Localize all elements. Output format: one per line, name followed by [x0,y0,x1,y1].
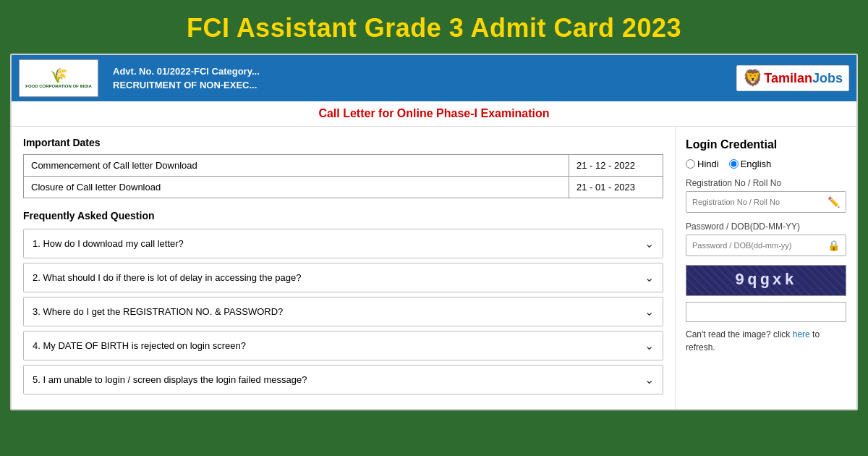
right-panel: Login Credential Hindi English Registrat… [676,127,856,409]
faq-text: 4. My DATE OF BIRTH is rejected on login… [33,340,246,351]
date-value: 21 - 12 - 2022 [569,155,663,177]
chevron-down-icon: ⌄ [644,271,654,284]
chevron-down-icon: ⌄ [644,373,654,387]
lang-hindi-radio[interactable] [686,159,695,169]
main-wrapper: 🌾 FOOD CORPORATION OF INDIA Advt. No. 01… [10,54,858,410]
fci-header: 🌾 FOOD CORPORATION OF INDIA Advt. No. 01… [12,55,856,101]
password-input[interactable] [686,237,822,254]
password-input-row: 🔒 [686,235,846,256]
reg-label: Registration No / Roll No [686,178,846,188]
captcha-image: 9qgxk [686,265,846,296]
fci-advt-text: Advt. No. 01/2022-FCI Category... [113,64,736,79]
fci-logo-text: FOOD CORPORATION OF INDIA [25,84,92,89]
lang-hindi-label: Hindi [697,159,719,169]
faq-item[interactable]: 5. I am unable to login / screen display… [23,365,663,394]
faq-item[interactable]: 2. What should I do if there is lot of d… [23,263,663,292]
fci-logo-box: 🌾 FOOD CORPORATION OF INDIA [19,59,98,97]
chevron-down-icon: ⌄ [644,305,654,318]
tamilan-icon: 🦁 [743,69,762,88]
login-title: Login Credential [686,138,846,151]
lang-english-radio[interactable] [729,159,739,169]
page-title: FCI Assistant Grade 3 Admit Card 2023 [7,13,861,43]
date-label: Commencement of Call letter Download [24,155,569,177]
page-title-bar: FCI Assistant Grade 3 Admit Card 2023 [0,0,868,54]
fci-wheat-icon: 🌾 [50,67,68,84]
content-area: Important Dates Commencement of Call let… [12,127,856,409]
jobs-label: Jobs [812,71,843,86]
captcha-refresh-text: Can't read the image? click here to refr… [686,328,846,354]
faq-text: 2. What should I do if there is lot of d… [33,272,301,283]
faq-list: 1. How do I download my call letter?⌄2. … [23,229,663,394]
reg-input-row: ✏️ [686,191,846,213]
faq-text: 5. I am unable to login / screen display… [33,374,307,385]
lang-english-label: English [741,159,772,169]
faq-title: Frequently Asked Question [23,210,663,221]
date-value: 21 - 01 - 2023 [569,177,663,198]
fci-header-text: Advt. No. 01/2022-FCI Category... RECRUI… [113,64,736,93]
lock-icon: 🔒 [822,235,846,256]
lang-english-option[interactable]: English [729,159,772,169]
fci-logo: 🌾 FOOD CORPORATION OF INDIA [25,67,92,89]
fci-recruitment-text: RECRUITMENT OF NON-EXEC... [113,78,736,93]
faq-text: 3. Where do I get the REGISTRATION NO. &… [33,306,283,317]
table-row: Commencement of Call letter Download21 -… [24,155,663,177]
faq-item[interactable]: 3. Where do I get the REGISTRATION NO. &… [23,297,663,326]
lang-hindi-option[interactable]: Hindi [686,159,719,169]
edit-icon[interactable]: ✏️ [822,192,846,212]
captcha-cant-read: Can't read the image? click [686,329,793,339]
faq-text: 1. How do I download my call letter? [33,238,184,249]
captcha-refresh-link[interactable]: here [793,329,810,339]
faq-item[interactable]: 4. My DATE OF BIRTH is rejected on login… [23,331,663,360]
chevron-down-icon: ⌄ [644,339,654,352]
chevron-down-icon: ⌄ [644,237,654,250]
captcha-input[interactable] [686,302,846,322]
table-row: Closure of Call letter Download21 - 01 -… [24,177,663,198]
password-label: Password / DOB(DD-MM-YY) [686,221,846,232]
tamilan-label: Tamilan [764,71,812,86]
date-label: Closure of Call letter Download [24,177,569,198]
call-letter-bar: Call Letter for Online Phase-I Examinati… [12,101,856,127]
important-dates-title: Important Dates [23,137,663,148]
call-letter-text: Call Letter for Online Phase-I Examinati… [318,107,549,119]
faq-item[interactable]: 1. How do I download my call letter?⌄ [23,229,663,258]
reg-input[interactable] [686,193,822,211]
left-panel: Important Dates Commencement of Call let… [12,127,676,409]
tamilan-jobs-badge: 🦁 Tamilan Jobs [736,65,849,91]
lang-options: Hindi English [686,159,846,169]
important-dates-table: Commencement of Call letter Download21 -… [23,154,663,198]
